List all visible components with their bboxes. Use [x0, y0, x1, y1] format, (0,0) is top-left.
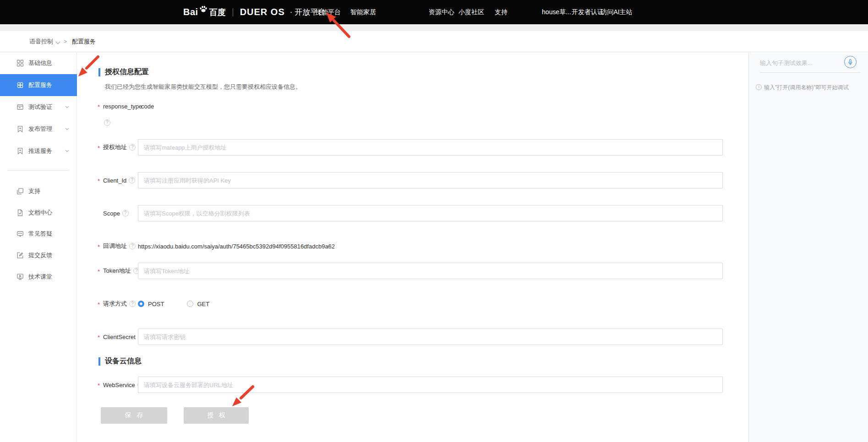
nav-support[interactable]: 支持	[495, 0, 508, 24]
chevron-down-icon	[56, 40, 60, 43]
test-tip: 输入"打开(调用名称)"即可开始调试	[756, 84, 863, 91]
chevron-down-icon	[65, 128, 69, 130]
get-radio[interactable]	[187, 301, 193, 307]
edit-square-icon	[16, 252, 24, 259]
web-service-label: WebService	[103, 382, 135, 388]
callback-url-value: https://xiaodu.baidu.com/saiya/auth/7546…	[138, 243, 335, 250]
file-icon	[16, 209, 24, 216]
sidebar-item-publish-manage[interactable]: 发布管理	[0, 118, 77, 140]
required-asterisk: *	[98, 176, 103, 184]
post-radio-label[interactable]: POST	[148, 301, 164, 307]
breadcrumb-current: 配置服务	[72, 31, 96, 52]
test-sentence-input[interactable]	[760, 56, 842, 70]
sidebar: 基础信息 配置服务 测试验证 发布管理	[0, 52, 77, 442]
sidebar-item-basic-info[interactable]: 基础信息	[0, 52, 77, 74]
response-type-row: * response_type code	[98, 102, 723, 111]
scope-label: Scope	[103, 210, 120, 217]
nav-skill-platform[interactable]: 技能平台	[315, 0, 341, 24]
sidebar-link-support[interactable]: 支持	[0, 182, 77, 200]
sidebar-item-config-service[interactable]: 配置服务	[0, 74, 77, 96]
breadcrumb-skill-select[interactable]: 语音控制	[29, 31, 60, 52]
microphone-button[interactable]	[844, 56, 857, 68]
help-icon[interactable]	[104, 119, 110, 126]
request-method-row: * 请求方式 POST GET	[98, 299, 723, 308]
input-underline	[760, 72, 861, 73]
section-auth-header: 授权信息配置	[98, 67, 149, 77]
required-asterisk: *	[98, 143, 103, 151]
bookmark-plus-icon	[16, 147, 24, 155]
auth-url-row: * 授权地址	[98, 139, 723, 156]
info-icon	[756, 84, 762, 90]
sidebar-item-label: 推送服务	[28, 147, 52, 155]
nav-resource-center[interactable]: 资源中心	[429, 0, 454, 24]
chevron-down-icon	[65, 150, 69, 152]
microphone-icon	[847, 59, 854, 65]
baidu-paw-icon	[199, 5, 208, 16]
sidebar-item-label: 测试验证	[28, 103, 52, 111]
web-service-input[interactable]	[138, 377, 723, 393]
sidebar-item-push-service[interactable]: 推送服务	[0, 140, 77, 162]
required-asterisk: *	[98, 381, 103, 389]
web-service-row: * WebService	[98, 377, 723, 393]
section-title: 授权信息配置	[105, 67, 149, 77]
help-icon[interactable]	[129, 301, 136, 307]
sidebar-link-doc-center[interactable]: 文档中心	[0, 204, 77, 222]
screen-play-icon	[16, 273, 24, 280]
client-secret-input[interactable]	[138, 329, 723, 345]
client-id-input[interactable]	[138, 172, 723, 189]
authorize-button[interactable]: 授权	[184, 407, 249, 424]
section-accent-bar	[98, 357, 100, 366]
chat-dots-icon	[16, 230, 24, 237]
sidebar-link-tech-class[interactable]: 技术课堂	[0, 268, 77, 286]
nav-username[interactable]: house草...	[542, 0, 571, 24]
config-form-area: 授权信息配置 我们已经为您生成智能家居类技能交互模型，您只需要授权相应设备信息。…	[77, 52, 748, 442]
response-type-label: response_type	[103, 103, 142, 110]
scope-row: * Scope	[98, 205, 723, 221]
baidu-logo-text: Bai	[183, 7, 198, 17]
dueros-brand: DUER OS	[240, 7, 285, 17]
help-icon[interactable]	[129, 243, 136, 249]
sidebar-link-label: 支持	[28, 187, 40, 195]
client-id-row: * Client_Id	[98, 172, 723, 189]
required-asterisk: *	[98, 333, 103, 341]
logo-divider	[233, 8, 233, 16]
auth-url-input[interactable]	[138, 139, 723, 156]
nav-xiaodu-community[interactable]: 小度社区	[459, 0, 484, 24]
sidebar-item-test-verify[interactable]: 测试验证	[0, 96, 77, 118]
get-radio-label[interactable]: GET	[197, 301, 209, 307]
token-url-label: Token地址	[103, 267, 131, 275]
sidebar-divider	[7, 170, 69, 171]
nav-visit-ai-site[interactable]: 访问AI主站	[601, 0, 632, 24]
sidebar-link-faq[interactable]: 常见答疑	[0, 225, 77, 243]
nav-smart-home[interactable]: 智能家居	[350, 0, 376, 24]
help-icon[interactable]	[122, 210, 129, 216]
breadcrumb-separator	[64, 31, 67, 52]
token-url-input[interactable]	[138, 263, 723, 279]
baidu-dueros-logo[interactable]: Bai 百度 DUER OS · 开放平台	[183, 0, 326, 24]
breadcrumb: 语音控制 配置服务	[0, 31, 868, 52]
required-asterisk: *	[98, 102, 103, 110]
help-icon[interactable]	[129, 144, 136, 151]
client-secret-row: * ClientSecret	[98, 329, 723, 345]
client-id-label: Client_Id	[103, 177, 126, 184]
section-device-header: 设备云信息	[98, 356, 142, 366]
save-button[interactable]: 保存	[101, 407, 167, 424]
baidu-logo-cn: 百度	[209, 7, 226, 18]
test-panel: 输入"打开(调用名称)"即可开始调试	[748, 52, 868, 442]
token-url-row: * Token地址	[98, 263, 723, 279]
test-tip-text: 输入"打开(调用名称)"即可开始调试	[764, 84, 849, 91]
bookmark-plus-icon	[16, 125, 24, 133]
sidebar-link-label: 文档中心	[28, 209, 52, 217]
nav-developer-cert[interactable]: 开发者认证	[572, 0, 604, 24]
post-radio[interactable]	[138, 301, 144, 307]
sidebar-link-feedback[interactable]: 提交反馈	[0, 246, 77, 264]
section-accent-bar	[98, 68, 100, 76]
top-navbar: Bai 百度 DUER OS · 开放平台 技能平台 智能家居 资源中心 小度社…	[0, 0, 868, 24]
help-icon[interactable]	[129, 177, 135, 183]
clover-icon	[16, 81, 24, 89]
client-secret-label: ClientSecret	[103, 334, 136, 340]
sidebar-link-label: 技术课堂	[28, 273, 52, 281]
page-background-strip	[0, 24, 868, 31]
required-asterisk: *	[98, 300, 103, 308]
scope-input[interactable]	[138, 205, 723, 221]
